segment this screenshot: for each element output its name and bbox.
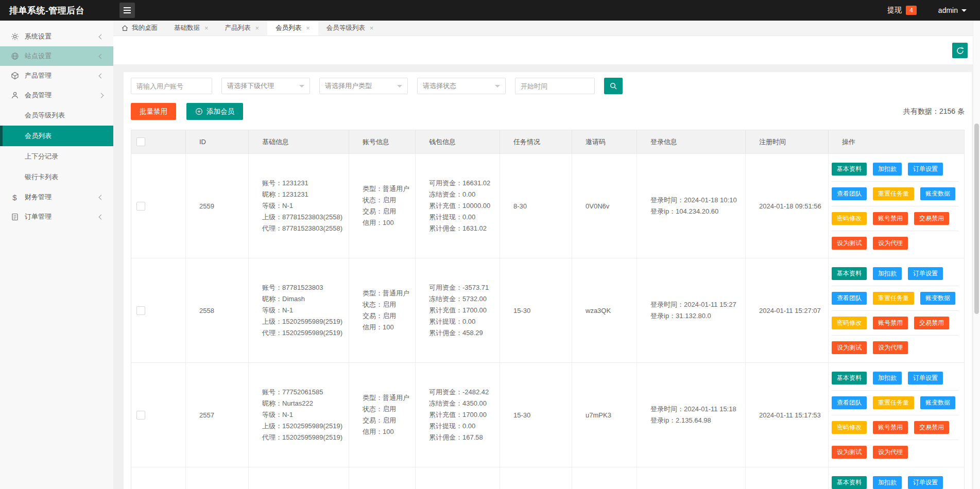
action-button-查看团队[interactable]: 查看团队 (832, 396, 867, 409)
action-button-账变数据[interactable]: 账变数据 (920, 187, 955, 200)
close-icon[interactable]: × (255, 25, 260, 31)
sidebar-item-bank-card-list[interactable]: 银行卡列表 (0, 167, 113, 187)
batch-disable-button[interactable]: 批量禁用 (131, 103, 176, 120)
add-member-button[interactable]: 添加会员 (186, 103, 243, 120)
action-button-设为代理[interactable]: 设为代理 (873, 341, 908, 354)
sidebar-item-score-records[interactable]: 上下分记录 (0, 146, 113, 167)
member-table: ID基础信息账号信息钱包信息任务情况邀请码登录信息注册时间操作2559账号：12… (131, 130, 965, 489)
action-button-交易禁用[interactable]: 交易禁用 (914, 212, 949, 225)
sidebar-item-finance-management[interactable]: $ 财务管理 (0, 187, 113, 207)
sidebar-item-order-management[interactable]: 订单管理 (0, 207, 113, 226)
account-search-input[interactable] (131, 78, 212, 94)
agent-select[interactable]: 请选择下级代理 (221, 78, 310, 94)
scrollbar-thumb[interactable] (974, 124, 979, 314)
action-button-基本资料[interactable]: 基本资料 (832, 163, 867, 176)
user-type-select[interactable]: 请选择用户类型 (319, 78, 408, 94)
action-button-订单设置[interactable]: 订单设置 (908, 163, 943, 176)
action-button-加扣款[interactable]: 加扣款 (873, 163, 902, 176)
action-button-设为测试[interactable]: 设为测试 (832, 446, 867, 459)
sidebar-item-member-list[interactable]: 会员列表 (0, 126, 113, 146)
sidebar-subitem-label: 会员等级列表 (25, 111, 65, 120)
action-button-订单设置[interactable]: 订单设置 (908, 267, 943, 280)
action-button-账号禁用[interactable]: 账号禁用 (873, 421, 908, 434)
withdraw-link[interactable]: 提现 4 (887, 6, 917, 15)
wallet-info-cell (416, 467, 500, 489)
row-checkbox[interactable] (136, 306, 145, 315)
action-button-加扣款[interactable]: 加扣款 (873, 372, 902, 385)
basic-info-cell: 账号：1231231昵称：1231231等级：N-1上级：87781523803… (249, 154, 349, 258)
action-button-设为测试[interactable]: 设为测试 (832, 341, 867, 354)
action-button-账号禁用[interactable]: 账号禁用 (873, 212, 908, 225)
action-button-查看团队[interactable]: 查看团队 (832, 187, 867, 200)
action-button-密码修改[interactable]: 密码修改 (832, 212, 867, 225)
operation-button-group: 密码修改账号禁用交易禁用 (832, 311, 959, 336)
column-header: 邀请码 (572, 130, 637, 153)
action-button-基本资料[interactable]: 基本资料 (832, 267, 867, 280)
close-icon[interactable]: × (370, 25, 374, 31)
tab-member-level-list[interactable]: 会员等级列表 × (318, 21, 382, 36)
select-all-checkbox[interactable] (136, 137, 145, 146)
action-button-加扣款[interactable]: 加扣款 (873, 476, 902, 489)
sidebar-item-label: 产品管理 (25, 71, 51, 80)
sidebar-item-member-level-list[interactable]: 会员等级列表 (0, 105, 113, 126)
action-button-订单设置[interactable]: 订单设置 (908, 372, 943, 385)
action-button-交易禁用[interactable]: 交易禁用 (914, 317, 949, 329)
wallet-info-cell-lines: 可用资金：-2482.42冻结资金：4350.00累计充值：1700.00累计提… (429, 387, 489, 443)
basic-info-cell-line: 等级：N-1 (262, 305, 342, 316)
tab-member-list[interactable]: 会员列表 × (267, 21, 318, 36)
close-icon[interactable]: × (306, 25, 310, 31)
action-button-加扣款[interactable]: 加扣款 (873, 267, 902, 280)
close-icon[interactable]: × (204, 25, 209, 31)
operation-button-group: 基本资料加扣款订单设置 (832, 470, 959, 489)
table-row: 2558账号：87781523803昵称：Dimash等级：N-1上级：1520… (131, 258, 964, 362)
sidebar-item-label: 会员管理 (25, 91, 51, 100)
chevron-left-icon (99, 34, 104, 39)
login-info-cell-line: 登录ip：2.135.64.98 (650, 415, 736, 426)
basic-info-cell-line: 上级：15202595989(2519) (262, 421, 342, 432)
tab-product-list[interactable]: 产品列表 × (217, 21, 268, 36)
row-checkbox[interactable] (136, 411, 145, 420)
action-button-密码修改[interactable]: 密码修改 (832, 421, 867, 434)
action-button-重置任务量[interactable]: 重置任务量 (873, 292, 914, 305)
vertical-scrollbar[interactable] (973, 21, 980, 489)
operations-cell: 基本资料加扣款订单设置查看团队重置任务量账变数据密码修改账号禁用交易禁用设为测试… (829, 154, 964, 258)
action-button-账变数据[interactable]: 账变数据 (920, 292, 955, 305)
register-time-cell (746, 467, 829, 489)
action-button-密码修改[interactable]: 密码修改 (832, 317, 867, 329)
wallet-info-cell: 可用资金：16631.02冻结资金：0.00累计充值：10000.00累计提现：… (416, 154, 500, 258)
id-cell: 2557 (186, 363, 249, 467)
action-button-设为测试[interactable]: 设为测试 (832, 237, 867, 250)
action-button-基本资料[interactable]: 基本资料 (832, 372, 867, 385)
sidebar-item-member-management[interactable]: 会员管理 (0, 85, 113, 105)
tab-basic-data[interactable]: 基础数据 × (166, 21, 217, 36)
row-checkbox[interactable] (136, 202, 145, 211)
status-select[interactable]: 请选择状态 (417, 78, 506, 94)
search-button[interactable] (604, 78, 623, 94)
user-menu[interactable]: admin (938, 6, 967, 14)
action-button-设为代理[interactable]: 设为代理 (873, 446, 908, 459)
action-button-基本资料[interactable]: 基本资料 (832, 476, 867, 489)
action-button-设为代理[interactable]: 设为代理 (873, 237, 908, 250)
sidebar-item-system-settings[interactable]: 系统设置 (0, 27, 113, 46)
account-info-cell-line: 类型：普通用户 (363, 183, 409, 195)
action-button-重置任务量[interactable]: 重置任务量 (873, 187, 914, 200)
action-button-交易禁用[interactable]: 交易禁用 (914, 421, 949, 434)
action-button-订单设置[interactable]: 订单设置 (908, 476, 943, 489)
start-time-input[interactable] (515, 78, 595, 94)
sidebar-item-site-settings[interactable]: 站点设置 (0, 46, 113, 66)
action-button-查看团队[interactable]: 查看团队 (832, 292, 867, 305)
globe-icon (10, 52, 19, 61)
action-button-重置任务量[interactable]: 重置任务量 (873, 396, 914, 409)
action-button-账号禁用[interactable]: 账号禁用 (873, 317, 908, 329)
sidebar-subitem-label: 上下分记录 (25, 152, 58, 161)
row-select-cell (131, 258, 186, 362)
hamburger-menu-icon[interactable] (119, 3, 135, 18)
refresh-button[interactable] (952, 43, 968, 58)
invite-code-cell (572, 467, 637, 489)
search-icon (609, 82, 617, 90)
tab-desktop[interactable]: 我的桌面 (113, 21, 166, 36)
table-row: 2559账号：1231231昵称：1231231等级：N-1上级：8778152… (131, 153, 964, 258)
sidebar-item-product-management[interactable]: 产品管理 (0, 66, 113, 85)
login-info-cell-line: 登录时间：2024-01-18 10:10 (650, 195, 737, 206)
action-button-账变数据[interactable]: 账变数据 (920, 396, 955, 409)
